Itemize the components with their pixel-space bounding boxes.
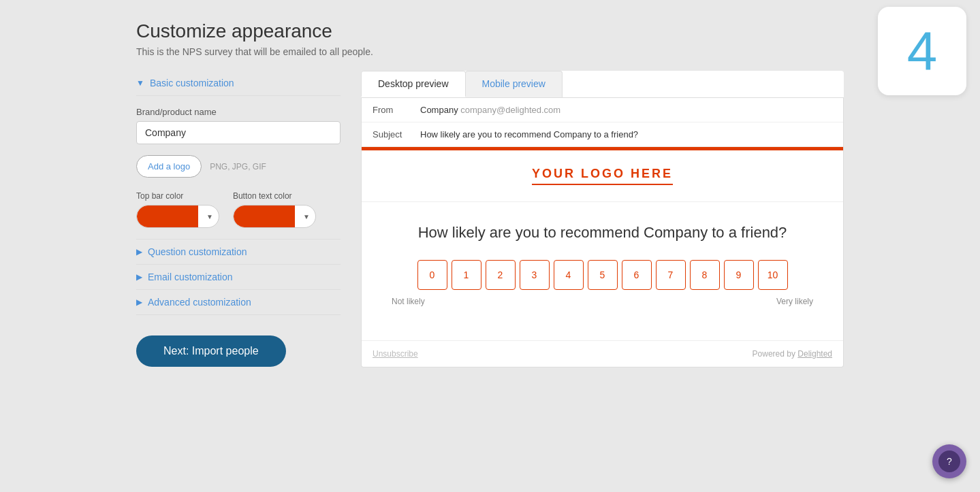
- button-text-color-arrow: ▼: [298, 213, 315, 220]
- not-likely-label: Not likely: [392, 297, 425, 306]
- mobile-preview-tab[interactable]: Mobile preview: [465, 71, 563, 97]
- nps-button-9[interactable]: 9: [724, 260, 754, 290]
- subject-row: Subject How likely are you to recommend …: [362, 122, 843, 146]
- email-footer: Unsubscribe Powered by Delighted: [362, 340, 843, 367]
- desktop-preview-tab[interactable]: Desktop preview: [361, 71, 466, 97]
- top-bar-color-label: Top bar color: [136, 191, 219, 201]
- add-logo-button[interactable]: Add a logo: [136, 155, 202, 178]
- nps-button-4[interactable]: 4: [554, 260, 584, 290]
- top-bar-color-arrow: ▼: [201, 213, 219, 220]
- email-customization-label: Email customization: [148, 272, 233, 282]
- nps-scale: 012345678910: [389, 260, 816, 290]
- from-value: Company company@delighted.com: [420, 105, 560, 115]
- next-import-button[interactable]: Next: Import people: [136, 335, 286, 367]
- help-bubble[interactable]: ?: [932, 444, 966, 478]
- button-text-color-label: Button text color: [233, 191, 316, 201]
- preview-tabs: Desktop preview Mobile preview: [361, 71, 844, 98]
- basic-customization-section[interactable]: ▼ Basic customization: [136, 71, 341, 96]
- nps-button-3[interactable]: 3: [520, 260, 550, 290]
- logo-placeholder: YOUR LOGO HERE: [532, 167, 673, 185]
- email-content: How likely are you to recommend Company …: [362, 202, 843, 340]
- page-subtitle: This is the NPS survey that will be emai…: [136, 46, 844, 57]
- brand-product-name-group: Brand/product name: [136, 107, 341, 144]
- nps-button-0[interactable]: 0: [417, 260, 447, 290]
- top-bar-color-group: Top bar color ▼: [136, 191, 219, 228]
- nps-button-10[interactable]: 10: [758, 260, 788, 290]
- powered-by: Powered by Delighted: [753, 349, 832, 359]
- basic-customization-arrow: ▼: [136, 78, 144, 88]
- from-name: Company: [420, 105, 458, 115]
- unsubscribe-link[interactable]: Unsubscribe: [373, 349, 418, 359]
- email-preview: From Company company@delighted.com Subje…: [361, 98, 844, 367]
- from-label: From: [373, 105, 420, 115]
- nps-button-6[interactable]: 6: [622, 260, 652, 290]
- color-section: Top bar color ▼ Button text color ▼: [136, 191, 341, 228]
- basic-customization-label: Basic customization: [150, 78, 234, 88]
- button-text-color-picker[interactable]: ▼: [233, 205, 316, 228]
- advanced-customization-label: Advanced customization: [148, 297, 251, 308]
- step-badge: 4: [878, 7, 966, 95]
- subject-label: Subject: [373, 129, 420, 140]
- page-title: Customize appearance: [136, 20, 844, 42]
- right-panel: Desktop preview Mobile preview From Comp…: [361, 71, 844, 367]
- logo-hint: PNG, JPG, GIF: [210, 162, 266, 171]
- page-header: Customize appearance This is the NPS sur…: [136, 20, 844, 57]
- delighted-link[interactable]: Delighted: [797, 349, 832, 359]
- top-bar-color-picker[interactable]: ▼: [136, 205, 219, 228]
- subject-value: How likely are you to recommend Company …: [420, 129, 638, 140]
- nps-button-1[interactable]: 1: [452, 260, 481, 290]
- left-panel: ▼ Basic customization Brand/product name…: [136, 71, 341, 367]
- advanced-customization-arrow: ▶: [136, 297, 142, 307]
- nps-button-2[interactable]: 2: [486, 260, 516, 290]
- email-customization-section[interactable]: ▶ Email customization: [136, 265, 341, 290]
- brand-product-name-input[interactable]: [136, 121, 341, 144]
- advanced-customization-section[interactable]: ▶ Advanced customization: [136, 290, 341, 315]
- step-number: 4: [907, 24, 938, 78]
- question-customization-arrow: ▶: [136, 247, 142, 257]
- top-bar-color-swatch: [137, 206, 198, 227]
- nps-button-7[interactable]: 7: [656, 260, 686, 290]
- from-email: company@delighted.com: [460, 105, 560, 115]
- nps-button-5[interactable]: 5: [588, 260, 618, 290]
- nps-labels: Not likely Very likely: [389, 297, 816, 306]
- email-body: YOUR LOGO HERE How likely are you to rec…: [362, 147, 843, 367]
- logo-row: Add a logo PNG, JPG, GIF: [136, 155, 341, 178]
- button-text-color-swatch: [234, 206, 295, 227]
- from-row: From Company company@delighted.com: [362, 98, 843, 122]
- question-customization-section[interactable]: ▶ Question customization: [136, 240, 341, 265]
- button-text-color-group: Button text color ▼: [233, 191, 316, 228]
- bottom-actions: Next: Import people: [136, 335, 341, 367]
- email-customization-arrow: ▶: [136, 272, 142, 282]
- question-customization-label: Question customization: [148, 246, 247, 257]
- email-logo-area: YOUR LOGO HERE: [362, 150, 843, 202]
- powered-by-label: Powered by: [753, 349, 795, 359]
- very-likely-label: Very likely: [776, 297, 813, 306]
- help-bubble-icon: ?: [938, 450, 960, 472]
- nps-question: How likely are you to recommend Company …: [389, 223, 816, 244]
- basic-customization-content: Brand/product name Add a logo PNG, JPG, …: [136, 96, 341, 240]
- nps-button-8[interactable]: 8: [690, 260, 720, 290]
- brand-product-name-label: Brand/product name: [136, 107, 341, 117]
- email-meta: From Company company@delighted.com Subje…: [362, 98, 843, 147]
